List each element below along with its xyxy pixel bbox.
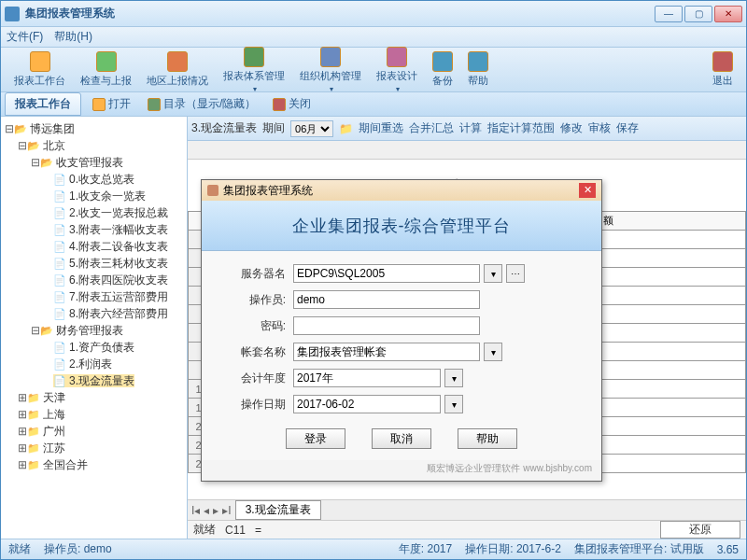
account-input[interactable] [293,343,480,361]
tree-doc[interactable]: 2.利润表 [53,357,112,371]
review-link[interactable]: 审核 [588,120,611,136]
tree-jiangsu[interactable]: 江苏 [27,441,65,455]
dialog-close-button[interactable]: ✕ [579,183,596,198]
cancel-button[interactable]: 取消 [372,428,431,449]
subbtn-open[interactable]: 打开 [87,94,136,114]
tree-doc[interactable]: 8.附表六经营部费用 [53,307,168,320]
tree-doc[interactable]: 7.附表五运营部费用 [53,290,168,303]
subbtn-close[interactable]: 关闭 [267,94,317,114]
status-operator: demo [84,542,112,555]
sheet-nav-last[interactable]: ▸I [222,504,231,517]
tree-doc[interactable]: 4.附表二设备收支表 [53,240,168,253]
window-title: 集团报表管理系统 [25,6,655,21]
tree-shanghai[interactable]: 上海 [27,408,65,421]
tree-doc[interactable]: 1.资产负债表 [53,341,134,354]
operator-label: 操作员: [224,292,286,308]
toolbar-system-mgmt[interactable]: 报表体系管理 [216,45,292,95]
calc-range-link[interactable]: 指定计算范围 [487,120,555,136]
exit-icon [712,51,733,72]
open-icon [92,98,106,111]
dialog-title: 集团报表管理系统 [223,183,313,199]
modify-link[interactable]: 修改 [560,120,583,136]
formula-eq: = [255,524,261,537]
subbtn-directory[interactable]: 目录（显示/隐藏） [142,94,261,114]
menu-help[interactable]: 帮助(H) [54,29,92,45]
region-icon [167,51,188,72]
opdate-label: 操作日期 [224,397,286,413]
server-browse-button[interactable]: ⋯ [506,264,525,283]
toolbar-backup[interactable]: 备份 [425,49,460,90]
account-label: 帐套名称 [224,344,286,360]
account-dropdown-button[interactable]: ▾ [484,343,502,361]
tree-guangzhou[interactable]: 广州 [27,425,65,438]
minimize-button[interactable]: — [655,6,683,22]
tree-doc[interactable]: 0.收支总览表 [53,173,134,186]
tree-doc[interactable]: 3.附表一涨幅收支表 [53,223,168,236]
fyear-label: 会计年度 [224,371,286,386]
tree-doc[interactable]: 6.附表四医院收支表 [53,273,168,287]
menu-file[interactable]: 文件(F) [7,29,43,45]
app-icon [5,7,20,21]
sheet-nav-first[interactable]: I◂ [191,504,200,517]
tree-root[interactable]: 博远集团 [14,122,75,135]
toolbar-region-status[interactable]: 地区上报情况 [139,49,216,90]
toolbar-org-mgmt[interactable]: 组织机构管理 [292,45,369,95]
month-select[interactable]: 06月 [290,120,333,137]
tree-tianjin[interactable]: 天津 [27,391,65,404]
tree-doc[interactable]: 3.现金流量表 [53,374,134,387]
org-icon [320,47,341,67]
help-button[interactable]: 帮助 [458,428,517,449]
formula-status: 就绪 [193,522,216,538]
status-year: 2017 [428,542,453,555]
help-icon [468,51,488,72]
toolbar-exit[interactable]: 退出 [705,49,740,90]
close-button[interactable]: ✕ [714,6,742,22]
merge-link[interactable]: 合并汇总 [409,120,454,136]
login-dialog: 集团报表管理系统 ✕ 企业集团报表-综合管理平台 服务器名 ▾ ⋯ 操作员: 密… [201,179,602,482]
fyear-input[interactable] [293,369,441,387]
period-requery[interactable]: 期间重选 [359,120,403,136]
system-icon [244,47,264,67]
directory-icon [148,98,161,111]
report-name: 3.现金流量表 [191,120,257,136]
sheet-tab[interactable]: 3.现金流量表 [235,500,321,520]
tree-beijing[interactable]: 北京 [27,139,65,152]
toolbar-report-design[interactable]: 报表设计 [369,45,425,95]
sheet-nav-next[interactable]: ▸ [213,504,218,517]
status-opdate: 2017-6-2 [516,542,561,555]
tree-group1[interactable]: 收支管理报表 [40,156,123,169]
opdate-picker-button[interactable]: ▾ [444,395,463,413]
workbench-icon [30,51,50,72]
server-label: 服务器名 [224,266,286,282]
login-button[interactable]: 登录 [286,428,345,449]
check-icon [96,51,117,72]
dialog-icon [207,185,218,196]
server-input[interactable] [293,264,480,283]
maximize-button[interactable]: ▢ [684,6,712,22]
toolbar-help[interactable]: 帮助 [460,49,496,90]
fyear-dropdown-button[interactable]: ▾ [444,369,463,387]
tree-doc[interactable]: 2.收支一览表报总裁 [53,206,168,219]
dialog-banner: 企业集团报表-综合管理平台 [202,201,601,251]
close-icon [273,98,286,111]
opdate-input[interactable] [293,395,441,413]
tree-doc[interactable]: 1.收支余一览表 [53,189,146,203]
tree-pane[interactable]: ⊟博远集团 ⊟北京 ⊟收支管理报表 0.收支总览表1.收支余一览表2.收支一览表… [1,117,188,539]
status-version: 3.65 [717,543,739,556]
backup-icon [432,51,453,72]
password-label: 密码: [224,318,286,334]
server-dropdown-button[interactable]: ▾ [484,264,502,283]
tree-group2[interactable]: 财务管理报表 [40,324,123,337]
operator-input[interactable] [293,290,480,309]
save-link[interactable]: 保存 [616,120,639,136]
toolbar-workbench[interactable]: 报表工作台 [7,49,73,90]
password-input[interactable] [293,316,480,335]
sheet-nav-prev[interactable]: ◂ [204,504,209,517]
restore-button[interactable]: 还原 [660,521,740,539]
tree-consol[interactable]: 全国合并 [27,458,88,471]
calc-link[interactable]: 计算 [459,120,482,136]
subtab-workbench[interactable]: 报表工作台 [5,92,81,116]
tree-doc[interactable]: 5.附表三耗材收支表 [53,257,168,270]
status-edition: 试用版 [670,542,704,555]
toolbar-check-report[interactable]: 检查与上报 [73,49,139,90]
